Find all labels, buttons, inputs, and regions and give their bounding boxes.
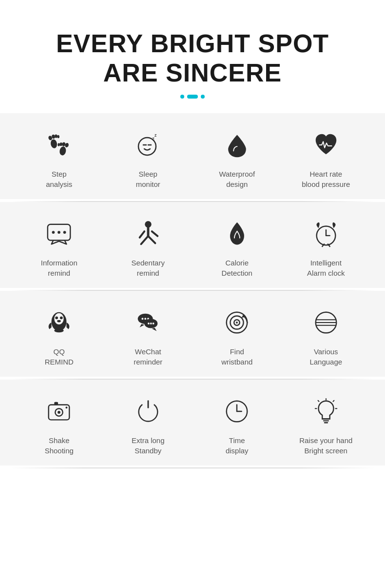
svg-point-42 [236, 322, 238, 324]
info-remind-icon [42, 217, 76, 251]
svg-point-33 [144, 318, 146, 320]
dot-dash [187, 95, 198, 99]
headline: EVERY BRIGHT SPOT ARE SINCERE [0, 29, 385, 99]
step-analysis-icon [42, 128, 76, 162]
svg-point-37 [150, 323, 152, 324]
feature-raise-hand: Raise your handBright screen [287, 394, 365, 456]
language-icon [309, 305, 343, 340]
qq-label: QQREMIND [45, 346, 74, 367]
raise-hand-label: Raise your handBright screen [299, 435, 352, 456]
step-analysis-label: Stepanalysis [46, 169, 72, 189]
headline-line1: EVERY BRIGHT SPOT [56, 29, 329, 58]
grid-row-3: QQREMIND [0, 305, 385, 367]
info-remind-label: Informationremind [41, 258, 77, 278]
shake-shoot-icon [42, 394, 76, 428]
feature-time-display: Timedisplay [198, 394, 276, 456]
svg-point-29 [57, 320, 61, 322]
raise-hand-icon [309, 394, 343, 428]
dot-1 [180, 95, 184, 99]
svg-point-9 [58, 143, 60, 146]
alarm-label: IntelligentAlarm clock [307, 258, 345, 278]
time-display-icon [220, 394, 254, 428]
feature-find-wristband: Findwristband [198, 305, 276, 367]
feature-standby: Extra longStandby [109, 394, 187, 456]
svg-point-27 [56, 316, 58, 319]
sleep-monitor-label: Sleepmonitor [136, 169, 160, 189]
section-row-2: Informationremind Sedentaryremind [0, 202, 385, 288]
feature-alarm: IntelligentAlarm clock [287, 217, 365, 278]
decorative-dots [0, 95, 385, 99]
section-row-4: ShakeShooting Extra longStandby [0, 380, 385, 466]
section-row-3: QQREMIND [0, 291, 385, 377]
svg-point-18 [63, 231, 66, 234]
svg-line-60 [333, 400, 334, 401]
feature-waterproof: Waterproofdesign [198, 128, 276, 189]
language-label: VariousLanguage [309, 346, 342, 367]
sleep-monitor-icon: Z Z [131, 128, 165, 162]
svg-point-16 [52, 231, 55, 234]
heart-rate-label: Heart rateblood pressure [302, 169, 350, 189]
svg-point-28 [60, 316, 63, 319]
svg-point-5 [59, 146, 67, 156]
wechat-label: WeChatreminder [134, 346, 162, 367]
feature-sleep-monitor: Z Z Sleepmonitor [109, 128, 187, 189]
svg-point-52 [66, 406, 68, 408]
page-wrapper: EVERY BRIGHT SPOT ARE SINCERE [0, 0, 385, 488]
svg-point-17 [58, 231, 60, 234]
find-wristband-label: Findwristband [221, 346, 252, 367]
wechat-icon [131, 305, 165, 340]
svg-line-62 [318, 400, 319, 401]
heart-rate-icon [309, 128, 343, 162]
svg-text:Z: Z [152, 137, 154, 141]
sedentary-icon [131, 217, 165, 251]
section-row-1: Stepanalysis Z Z Sleepmonitor [0, 113, 385, 199]
svg-text:Z: Z [154, 134, 157, 137]
svg-point-0 [50, 139, 58, 149]
headline-line2: ARE SINCERE [103, 59, 282, 87]
feature-language: VariousLanguage [287, 305, 365, 367]
svg-point-3 [54, 134, 58, 138]
feature-shake-shoot: ShakeShooting [20, 394, 98, 456]
feature-step-analysis: Stepanalysis [20, 128, 98, 189]
svg-point-38 [152, 323, 154, 324]
svg-rect-51 [55, 402, 58, 405]
feature-info-remind: Informationremind [20, 217, 98, 278]
feature-wechat: WeChatreminder [109, 305, 187, 367]
waterproof-icon [220, 128, 254, 162]
svg-point-50 [58, 411, 60, 414]
feature-sedentary: Sedentaryremind [109, 217, 187, 278]
svg-point-8 [59, 142, 63, 146]
standby-label: Extra longStandby [132, 435, 165, 456]
find-wristband-icon [220, 305, 254, 340]
feature-qq: QQREMIND [20, 305, 98, 367]
divider-4 [10, 467, 375, 468]
grid-row-4: ShakeShooting Extra longStandby [0, 394, 385, 456]
headline-text: EVERY BRIGHT SPOT ARE SINCERE [0, 29, 385, 88]
waterproof-label: Waterproofdesign [219, 169, 255, 189]
sedentary-label: Sedentaryremind [132, 258, 165, 278]
svg-point-32 [141, 318, 143, 320]
feature-heart-rate: Heart rateblood pressure [287, 128, 365, 189]
alarm-icon [309, 217, 343, 251]
svg-point-36 [148, 323, 150, 324]
dot-2 [201, 95, 205, 99]
grid-row-1: Stepanalysis Z Z Sleepmonitor [0, 128, 385, 189]
time-display-label: Timedisplay [226, 435, 249, 456]
calorie-label: CalorieDetection [222, 258, 252, 278]
qq-icon [42, 305, 76, 340]
standby-icon [131, 394, 165, 428]
svg-point-4 [57, 135, 59, 139]
svg-point-30 [55, 328, 64, 332]
grid-row-2: Informationremind Sedentaryremind [0, 217, 385, 278]
feature-calorie: CalorieDetection [198, 217, 276, 278]
calorie-icon [220, 217, 254, 251]
shake-shoot-label: ShakeShooting [45, 435, 74, 456]
